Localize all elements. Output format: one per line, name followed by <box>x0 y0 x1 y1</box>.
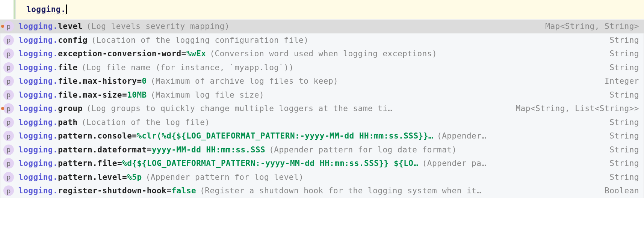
suggestion-type: Map<String, List<String>> <box>516 104 639 113</box>
suggestion-main: logging.path(Location of the log file) <box>18 118 602 127</box>
suggestion-main: logging.level(Log levels severity mappin… <box>18 22 538 31</box>
suggestion-type: Map<String, String> <box>545 22 639 31</box>
suggestion-main: logging.config(Location of the logging c… <box>18 36 602 45</box>
suggestion-main: logging.exception-conversion-word=%wEx(C… <box>18 49 602 58</box>
suggestion-main: logging.register-shutdown-hook=false(Reg… <box>18 186 597 195</box>
property-icon: p <box>3 117 14 128</box>
suggestion-main: logging.file(Log file name (for instance… <box>18 63 602 72</box>
suggestion-row[interactable]: plogging.exception-conversion-word=%wEx(… <box>0 47 644 61</box>
equals-sign: = <box>117 159 122 168</box>
suggestion-type: String <box>609 145 639 154</box>
suggestion-type: Boolean <box>605 186 639 195</box>
suggestion-row[interactable]: plogging.config(Location of the logging … <box>0 33 644 47</box>
suggestion-main: logging.file.max-history=0(Maximum of ar… <box>18 77 597 86</box>
suggestion-key: pattern.console <box>58 131 132 140</box>
suggestion-row[interactable]: plogging.pattern.file=%d{${LOG_DATEFORMA… <box>0 157 644 170</box>
suggestion-type: String <box>609 131 639 140</box>
suggestion-prefix: logging. <box>18 131 58 140</box>
suggestion-default-value: %clr(%d{${LOG_DATEFORMAT_PATTERN:-yyyy-M… <box>137 131 433 140</box>
equals-sign: = <box>122 90 127 99</box>
property-icon: p <box>3 172 14 182</box>
suggestion-prefix: logging. <box>18 36 58 45</box>
suggestion-description: (Appender pa… <box>422 159 487 168</box>
suggestion-key: level <box>58 22 83 31</box>
suggestion-default-value: %wEx <box>186 49 206 58</box>
suggestion-row[interactable]: plogging.file.max-history=0(Maximum of a… <box>0 74 644 88</box>
suggestion-row[interactable]: plogging.pattern.dateformat=yyyy-MM-dd H… <box>0 143 644 157</box>
suggestion-key: file <box>58 63 78 72</box>
suggestion-row[interactable]: plogging.file(Log file name (for instanc… <box>0 61 644 75</box>
suggestion-main: logging.group(Log groups to quickly chan… <box>18 104 508 113</box>
equals-sign: = <box>181 49 186 58</box>
change-marker <box>14 0 15 19</box>
suggestion-description: (Location of the logging configuration f… <box>91 36 308 45</box>
editor-content[interactable]: logging. <box>16 0 644 19</box>
equals-sign: = <box>147 145 152 154</box>
autocomplete-popup[interactable]: plogging.level(Log levels severity mappi… <box>0 20 644 198</box>
suggestion-main: logging.pattern.console=%clr(%d{${LOG_DA… <box>18 131 602 140</box>
suggestion-default-value: 0 <box>142 77 147 86</box>
suggestion-prefix: logging. <box>18 173 58 182</box>
suggestion-default-value: 10MB <box>127 90 147 99</box>
suggestion-key: group <box>58 104 83 113</box>
property-icon: p <box>3 185 14 196</box>
suggestion-type: String <box>609 90 639 99</box>
property-icon: p <box>3 131 14 141</box>
suggestion-type: String <box>609 118 639 127</box>
suggestion-type: String <box>609 36 639 45</box>
suggestion-prefix: logging. <box>18 145 58 154</box>
suggestion-type: Integer <box>605 77 639 86</box>
editor-line[interactable]: logging. <box>0 0 644 19</box>
suggestion-default-value: %5p <box>127 173 142 182</box>
property-icon: p <box>3 90 14 100</box>
equals-sign: = <box>166 186 171 195</box>
gutter <box>0 0 16 19</box>
suggestion-main: logging.pattern.dateformat=yyyy-MM-dd HH… <box>18 145 602 154</box>
suggestion-key: config <box>58 36 88 45</box>
property-icon: p <box>3 103 14 114</box>
suggestion-row[interactable]: plogging.pattern.console=%clr(%d{${LOG_D… <box>0 129 644 143</box>
suggestion-key: path <box>58 118 78 127</box>
suggestion-key: file.max-size <box>58 90 122 99</box>
suggestion-key: pattern.file <box>58 159 117 168</box>
equals-sign: = <box>137 77 142 86</box>
suggestion-prefix: logging. <box>18 90 58 99</box>
suggestion-row[interactable]: plogging.pattern.level=%5p(Appender patt… <box>0 170 644 184</box>
property-icon: p <box>3 158 14 169</box>
suggestion-row[interactable]: plogging.path(Location of the log file)S… <box>0 116 644 130</box>
suggestion-prefix: logging. <box>18 118 58 127</box>
suggestion-prefix: logging. <box>18 77 58 86</box>
suggestion-description: (Appender pattern for log date format) <box>269 145 457 154</box>
suggestion-row[interactable]: plogging.register-shutdown-hook=false(Re… <box>0 184 644 198</box>
property-icon: p <box>3 76 14 86</box>
suggestion-default-value: false <box>171 186 196 195</box>
suggestion-row[interactable]: plogging.level(Log levels severity mappi… <box>0 20 644 33</box>
suggestion-prefix: logging. <box>18 159 58 168</box>
suggestion-row[interactable]: plogging.group(Log groups to quickly cha… <box>0 102 644 116</box>
suggestion-prefix: logging. <box>18 104 58 113</box>
suggestion-prefix: logging. <box>18 22 58 31</box>
suggestion-type: String <box>609 159 639 168</box>
suggestion-description: (Log levels severity mapping) <box>86 22 230 31</box>
typed-text: logging. <box>26 5 66 14</box>
suggestion-description: (Maximum log file size) <box>151 90 264 99</box>
property-icon: p <box>3 21 14 32</box>
property-icon: p <box>3 62 14 73</box>
property-icon: p <box>3 48 14 59</box>
suggestion-main: logging.pattern.level=%5p(Appender patte… <box>18 173 602 182</box>
property-icon: p <box>3 35 14 45</box>
suggestion-default-value: %d{${LOG_DATEFORMAT_PATTERN:-yyyy-MM-dd … <box>122 159 419 168</box>
suggestion-description: (Conversion word used when logging excep… <box>210 49 437 58</box>
suggestion-description: (Location of the log file) <box>82 118 210 127</box>
equals-sign: = <box>132 131 137 140</box>
suggestion-type: String <box>609 63 639 72</box>
suggestion-default-value: yyyy-MM-dd HH:mm:ss.SSS <box>152 145 265 154</box>
suggestion-key: exception-conversion-word <box>58 49 181 58</box>
suggestion-main: logging.pattern.file=%d{${LOG_DATEFORMAT… <box>18 159 602 168</box>
suggestion-prefix: logging. <box>18 63 58 72</box>
suggestion-key: file.max-history <box>58 77 137 86</box>
caret-icon <box>66 5 67 14</box>
suggestion-row[interactable]: plogging.file.max-size=10MB(Maximum log … <box>0 88 644 102</box>
suggestion-description: (Log file name (for instance, `myapp.log… <box>82 63 294 72</box>
property-icon: p <box>3 145 14 155</box>
